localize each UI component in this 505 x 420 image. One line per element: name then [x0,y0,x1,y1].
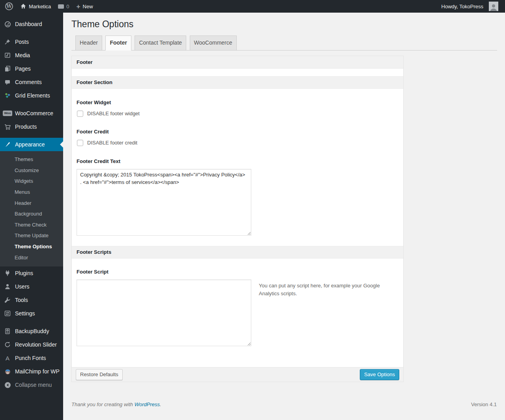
submenu-widgets[interactable]: Widgets [0,176,63,187]
refresh-arrows-icon [4,341,11,349]
new-content-menu[interactable]: + New [73,0,97,13]
submenu-themes[interactable]: Themes [0,154,63,165]
admin-footer: Thank you for creating with WordPress. V… [71,401,497,407]
sidebar-item-label: Settings [15,310,35,317]
sidebar-item-label: WooCommerce [15,110,53,116]
sidebar-item-label: Users [15,283,30,290]
tab-contact-template[interactable]: Contact Template [135,36,186,51]
sidebar-item-tools[interactable]: Tools [0,293,63,307]
avatar [489,2,498,11]
theme-options-tabs: Header Footer Contact Template WooCommer… [71,36,497,51]
sidebar-item-label: Revolution Slider [15,341,57,348]
sidebar-item-posts[interactable]: Posts [0,35,63,49]
tab-header[interactable]: Header [75,36,102,51]
submenu-header[interactable]: Header [0,198,63,209]
admin-bar: W Marketica 0 + New Howdy, TokoPress [0,0,505,13]
sidebar-item-media[interactable]: Media [0,49,63,62]
sidebar-item-label: BackupBuddy [15,328,49,334]
disable-footer-credit-checkbox[interactable] [77,140,83,146]
save-options-button[interactable]: Save Options [360,369,399,380]
sidebar-item-backupbuddy[interactable]: BackupBuddy [0,324,63,338]
comments-shortcut[interactable]: 0 [54,0,73,13]
sidebar-item-collapse-menu[interactable]: Collapse menu [0,378,63,392]
sidebar-item-pages[interactable]: Pages [0,62,63,75]
settings-sliders-icon [4,309,11,317]
sidebar-item-revolution-slider[interactable]: Revolution Slider [0,338,63,351]
sidebar-item-label: Grid Elements [15,92,50,99]
site-name-link[interactable]: Marketica [17,0,54,13]
sidebar-item-comments[interactable]: Comments [0,75,63,89]
footer-scripts-body: Footer Script You can put any script her… [72,259,403,367]
footer-credit-label: Footer Credit [77,129,398,135]
page-title: Theme Options [71,17,497,30]
sidebar-item-dashboard[interactable]: Dashboard [0,17,63,31]
wordpress-logo-menu[interactable]: W [2,0,17,13]
sidebar-item-label: Posts [15,39,29,45]
thanks-suffix: . [160,401,161,407]
cart-icon [4,123,11,131]
plus-icon: + [77,3,80,10]
site-name-label: Marketica [29,4,51,9]
sidebar-item-label: Collapse menu [15,382,52,388]
submenu-theme-options[interactable]: Theme Options [0,241,63,252]
footer-credit-text-textarea[interactable]: Copyright &copy; 2015 TokoPress<span><a … [77,169,251,236]
submenu-background[interactable]: Background [0,208,63,219]
sidebar-item-label: Products [15,124,37,130]
submenu-theme-update[interactable]: Theme Update [0,230,63,241]
sidebar-item-woocommerce[interactable]: Woo WooCommerce [0,107,63,120]
howdy-account-menu[interactable]: Howdy, TokoPress [438,0,502,13]
submenu-menus[interactable]: Menus [0,187,63,198]
footer-box-header: Footer [72,56,403,69]
backup-drive-icon [4,327,11,335]
footer-box-title: Footer [77,59,92,65]
footer-section-body: Footer Widget DISABLE footer widget Foot… [72,89,403,246]
sidebar-item-plugins[interactable]: Plugins [0,266,63,280]
sidebar-item-label: Media [15,52,30,58]
sidebar-item-label: Appearance [15,141,45,148]
submenu-customize[interactable]: Customize [0,165,63,176]
wordpress-link[interactable]: WordPress [135,401,160,407]
disable-footer-widget-checkbox[interactable] [77,111,83,117]
sidebar-item-appearance[interactable]: Appearance [0,138,63,151]
sidebar-item-settings[interactable]: Settings [0,307,63,320]
admin-sidebar: Dashboard Posts Media Pages Comments [0,13,63,420]
footer-scripts-title: Footer Scripts [77,249,111,255]
sidebar-item-label: Punch Fonts [15,355,46,361]
sidebar-item-users[interactable]: Users [0,280,63,293]
disable-footer-credit-label[interactable]: DISABLE footer credit [87,140,137,146]
user-icon [4,283,11,291]
footer-script-label: Footer Script [77,269,398,275]
tab-woocommerce[interactable]: WooCommerce [190,36,237,51]
sidebar-item-punch-fonts[interactable]: A Punch Fonts [0,351,63,365]
footer-section-header: Footer Section [72,76,403,89]
appearance-brush-icon [4,141,11,148]
media-icon [4,51,11,59]
new-label: New [83,4,93,9]
submenu-editor[interactable]: Editor [0,252,63,263]
submenu-theme-check[interactable]: Theme Check [0,219,63,231]
letter-a-icon: A [4,354,11,362]
sidebar-item-label: MailChimp for WP [15,368,60,375]
mailchimp-monkey-icon [4,368,11,375]
sidebar-item-grid-elements[interactable]: Grid Elements [0,89,63,102]
sidebar-item-products[interactable]: Products [0,120,63,133]
sidebar-item-mailchimp[interactable]: MailChimp for WP [0,365,63,378]
footer-script-textarea[interactable] [77,279,251,346]
main-content: Theme Options Header Footer Contact Temp… [63,13,505,407]
appearance-submenu: Themes Customize Widgets Menus Header Ba… [0,151,63,266]
howdy-label: Howdy, TokoPress [441,4,483,9]
restore-defaults-button[interactable]: Restore Defaults [76,369,123,380]
plugin-icon [4,269,11,277]
home-icon [20,3,26,9]
collapse-arrow-icon [4,381,11,389]
tab-footer[interactable]: Footer [105,36,131,51]
disable-footer-widget-label[interactable]: DISABLE footer widget [87,111,140,116]
footer-section-title: Footer Section [77,79,112,85]
version-label: Version 4.1 [471,401,497,407]
comment-count: 0 [66,4,69,9]
sidebar-item-label: Comments [15,79,42,85]
comments-icon [4,78,11,86]
footer-script-help: You can put any script here, for example… [259,282,381,298]
panel-action-bar: Restore Defaults Save Options [72,367,403,382]
footer-options-panel: Footer Footer Section Footer Widget DISA… [71,56,404,382]
